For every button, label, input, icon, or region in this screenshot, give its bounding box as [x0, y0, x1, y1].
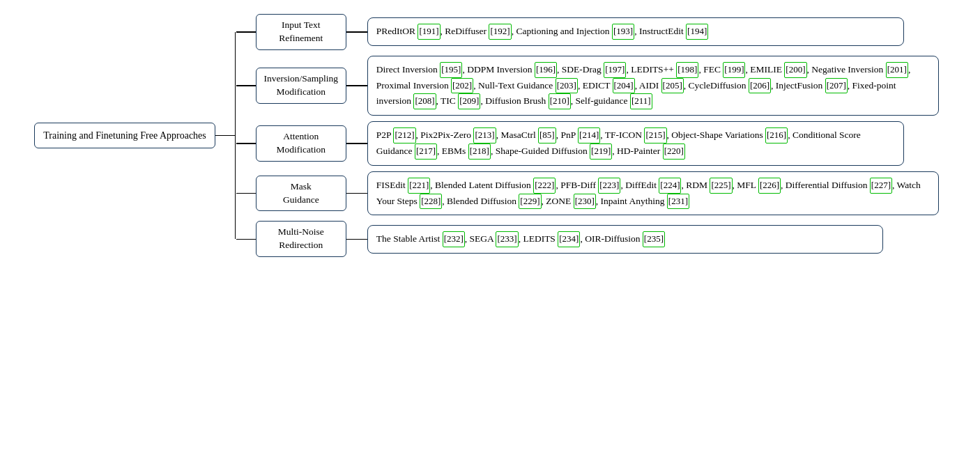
branch-conn-attention	[346, 143, 367, 144]
root-node: Training and Finetuning Free Approaches	[34, 123, 215, 149]
branch-node-input-text: Input Text Refinement	[256, 14, 346, 50]
branch-item-attention: Attention ModificationP2P [212], Pix2Pix…	[236, 121, 939, 166]
branch-conn-inversion-sampling	[346, 85, 367, 86]
branch-tick-multi-noise	[236, 239, 256, 240]
content-box-mask: FISEdit [221], Blended Latent Diffusion …	[367, 171, 939, 216]
branch-item-inversion-sampling: Inversion/Sampling ModificationDirect In…	[236, 56, 939, 116]
content-box-multi-noise: The Stable Artist [232], SEGA [233], LED…	[367, 225, 883, 254]
branch-node-multi-noise: Multi-Noise Redirection	[256, 221, 346, 257]
content-box-input-text: PRedItOR [191], ReDiffuser [192], Captio…	[367, 17, 904, 46]
branch-item-mask: Mask GuidanceFISEdit [221], Blended Late…	[236, 171, 939, 216]
branches-col: Input Text RefinementPRedItOR [191], ReD…	[236, 14, 939, 257]
branch-tick-input-text	[236, 31, 256, 33]
branch-conn-multi-noise	[346, 239, 367, 240]
branch-node-mask: Mask Guidance	[256, 176, 346, 212]
branch-item-input-text: Input Text RefinementPRedItOR [191], ReD…	[236, 14, 939, 50]
branch-tick-mask	[236, 193, 256, 194]
diagram-container: Training and Finetuning Free Approaches …	[14, 14, 959, 266]
branch-item-multi-noise: Multi-Noise RedirectionThe Stable Artist…	[236, 221, 939, 257]
root-h-line	[215, 135, 235, 137]
branch-tick-inversion-sampling	[236, 85, 256, 86]
tree-layout: Training and Finetuning Free Approaches …	[34, 14, 939, 257]
branches-container: Input Text RefinementPRedItOR [191], ReD…	[235, 14, 939, 257]
branch-conn-input-text	[346, 31, 367, 33]
branch-node-attention: Attention Modification	[256, 125, 346, 162]
branch-tick-attention	[236, 143, 256, 144]
branch-conn-mask	[346, 193, 367, 194]
content-box-inversion-sampling: Direct Inversion [195], DDPM Inversion […	[367, 56, 939, 116]
branch-node-inversion-sampling: Inversion/Sampling Modification	[256, 68, 346, 104]
content-box-attention: P2P [212], Pix2Pix-Zero [213], MasaCtrl …	[367, 121, 904, 166]
